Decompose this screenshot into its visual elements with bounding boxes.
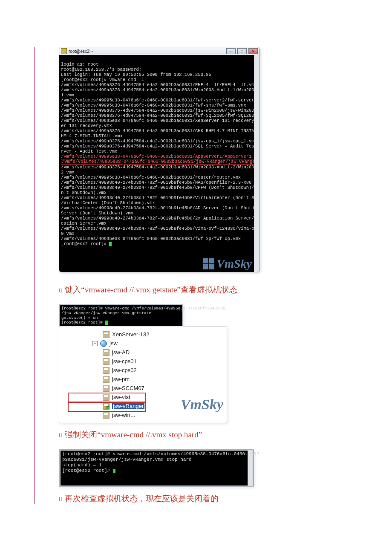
- terminal-line: getstate() = on: [61, 315, 98, 320]
- vm-icon: [103, 331, 110, 338]
- terminal-prompt: [root@esx2 root]#: [61, 320, 105, 325]
- terminal-line: 0.vmx: [61, 231, 75, 236]
- cursor-icon: [109, 242, 112, 246]
- window-title: root@esx2:~: [69, 49, 93, 54]
- collapse-icon[interactable]: −: [92, 341, 98, 346]
- terminal-output[interactable]: login as: root root@192.168.253.7's pass…: [59, 55, 259, 272]
- terminal-line: root@192.168.253.7's password:: [61, 67, 141, 72]
- terminal-line: /vmfs/volumes/49998d40-274b03d4-782f-001…: [61, 195, 260, 200]
- terminal-line: [root@esx2 root]# vmware-cmd -l: [61, 77, 144, 82]
- vm-icon: [103, 412, 110, 419]
- putty-icon: [61, 48, 67, 54]
- terminal-line: /vmfs/volumes/49995e38-0476a6fc-0460-000…: [61, 98, 260, 103]
- terminal-line: /vmfs/volumes/499a8376-4d947584-e4a2-000…: [61, 87, 260, 92]
- close-button[interactable]: ✕: [248, 48, 258, 54]
- tree-item[interactable]: jsw-cps01: [72, 357, 223, 366]
- terminal-line: /vmfs/volumes/499a8376-4d947584-e4a2-000…: [61, 108, 260, 113]
- terminal-line: /vmfs/volumes/49998d40-274b03d4-782f-001…: [61, 226, 260, 231]
- terminal-line: [root@esx2 root]# vmware-cmd /vmfs/volum…: [62, 451, 259, 457]
- terminal-line: /vmfs/volumes/49998d40-274b03d4-782f-001…: [61, 185, 260, 190]
- caption-getstate: u 键入“vmware-cmd //.vmx getstate”查看虚拟机状态: [59, 284, 358, 295]
- terminal-prompt: [root@esx2 root]#: [62, 468, 113, 473]
- terminal-line: cation Server.vmx: [61, 221, 107, 226]
- terminal-line: /vmfs/volumes/499a8376-4d947584-e4a2-000…: [61, 144, 260, 149]
- terminal-line: 2.vmx: [61, 170, 75, 175]
- terminal-line: Server (Don't Shutdown).vmx: [61, 211, 133, 216]
- terminal-line: er-131-recovery.vmx: [61, 123, 112, 128]
- tree-item-label: jsw-win…: [112, 412, 136, 418]
- vm-icon: [103, 358, 110, 365]
- terminal-prompt: [root@esx2 root]#: [61, 241, 109, 246]
- terminal-line-boxed: /vmfs/volumes/49995e38-0476a6fc-0460-000…: [61, 159, 260, 165]
- highlight-box: [68, 402, 146, 412]
- vm-icon: [103, 367, 110, 374]
- terminal-line: stop(hard) = 1: [62, 462, 101, 468]
- tree-item-label: jsw-SCCM07: [112, 385, 144, 391]
- tree-item-label: jsw-pm: [112, 376, 130, 382]
- terminal-line: /VirtualCenter (Don't Shutdown).vmx: [61, 200, 155, 205]
- terminal-line: HEL4.7-MINI-INSTALL.vmx: [61, 133, 123, 139]
- terminal-line: /jsw-vRanger/jsw-vRanger.vmx getstate: [61, 311, 151, 315]
- window-titlebar: root@esx2:~ — □ ✕: [59, 47, 259, 55]
- terminal-line: /vmfs/volumes/49995e38-0476a6fc-0460-000…: [61, 103, 246, 108]
- terminal-line: /vmfs/volumes/499a8376-4d947584-e4a2-000…: [61, 82, 257, 87]
- vm-tree-panel: XenServer-132 − jsw jsw-AD jsw-cps01 jsw…: [59, 326, 227, 423]
- caption-stop-hard: u 强制关闭“vmware-cmd //.vmx stop hard”: [59, 429, 358, 440]
- terminal-line: 1.vmx: [61, 92, 75, 98]
- terminal-line: /vmfs/volumes/499a8376-4d947584-e4a2-000…: [61, 139, 257, 144]
- tree-item-cluster[interactable]: − jsw: [72, 339, 223, 348]
- tree-item[interactable]: jsw-AD: [72, 348, 223, 357]
- vm-icon: [103, 385, 110, 392]
- cursor-icon: [105, 321, 108, 325]
- watermark: VmSky: [203, 258, 252, 269]
- terminal-line: /vmfs/volumes/49998d40-274b03d4-782f-001…: [61, 216, 260, 221]
- terminal-line: /vmfs/volumes/499a8376-4d947584-e4a2-000…: [61, 165, 260, 170]
- putty-window: root@esx2:~ — □ ✕ login as: root root@19…: [59, 47, 260, 272]
- terminal-line: Last login: Tue May 19 09:50:05 2009 fro…: [61, 72, 211, 77]
- tree-item[interactable]: jsw-pm: [72, 375, 223, 384]
- terminal-line: /vmfs/volumes/49995e38-0476a6fc-0460-000…: [61, 175, 241, 180]
- minimize-button[interactable]: —: [226, 48, 236, 54]
- tree-item-label: jsw: [110, 340, 118, 347]
- tree-item-label: jsw-cps02: [112, 367, 137, 373]
- terminal-line: b3ac6031/jsw-vRanger/jsw-vRanger.vmx sto…: [62, 457, 192, 462]
- tree-item-label: jsw-AD: [112, 349, 130, 356]
- cursor-icon: [113, 469, 115, 473]
- terminal-line: /vmfs/volumes/49998d40-274b03d4-782f-001…: [61, 180, 260, 185]
- terminal-line: rver - Audit Test.vmx: [61, 149, 117, 154]
- terminal-line-highlight: /vmfs/volumes/49995e38-0476a6fc-0460-000…: [61, 154, 260, 159]
- tree-item[interactable]: XenServer-132: [72, 330, 223, 339]
- terminal-line: /vmfs/volumes/499a8376-4d947584-e4a2-000…: [61, 128, 260, 133]
- terminal-line: /vmfs/volumes/49995e38-0476a6fc-0460-000…: [61, 118, 260, 123]
- terminal-line: n't Shutdown).vmx: [61, 190, 107, 195]
- tree-item[interactable]: jsw-win…: [72, 410, 223, 419]
- terminal-line: /vmfs/volumes/49995e38-0476a6fc-0460-000…: [61, 236, 241, 241]
- mini-terminal: [root@esx2 root]# vmware-cmd /vmfs/volum…: [59, 304, 183, 327]
- maximize-button[interactable]: □: [237, 48, 247, 54]
- tree-item[interactable]: jsw-SCCM07: [72, 384, 223, 393]
- terminal-line: /vmfs/volumes/499a8376-4d947584-e4a2-000…: [61, 113, 260, 118]
- scrollbar[interactable]: [248, 451, 252, 486]
- scrollbar[interactable]: [254, 55, 259, 272]
- tree-item-label: XenServer-132: [112, 331, 149, 338]
- globe-icon: [100, 340, 107, 347]
- stop-terminal-frame: [root@esx2 root]# vmware-cmd /vmfs/volum…: [59, 449, 254, 487]
- tree-item[interactable]: jsw-vist: [72, 393, 223, 402]
- vm-icon: [103, 349, 110, 356]
- terminal-line: login as: root: [61, 62, 98, 67]
- terminal-line: /vmfs/volumes/49998d40-274b03d4-782f-001…: [61, 205, 260, 211]
- tree-item[interactable]: jsw-cps02: [72, 366, 223, 375]
- tree-item-label: jsw-cps01: [112, 358, 137, 364]
- tree-item-selected[interactable]: jsw-vRanger: [72, 402, 223, 410]
- terminal-line: [root@esx2 root]# vmware-cmd /vmfs/volum…: [61, 306, 227, 311]
- caption-recheck: u 再次检查虚拟机状态，现在应该是关闭着的: [59, 493, 358, 504]
- vm-icon: [103, 376, 110, 383]
- stop-terminal: [root@esx2 root]# vmware-cmd /vmfs/volum…: [61, 451, 252, 486]
- watermark-text: VmSky: [217, 261, 252, 266]
